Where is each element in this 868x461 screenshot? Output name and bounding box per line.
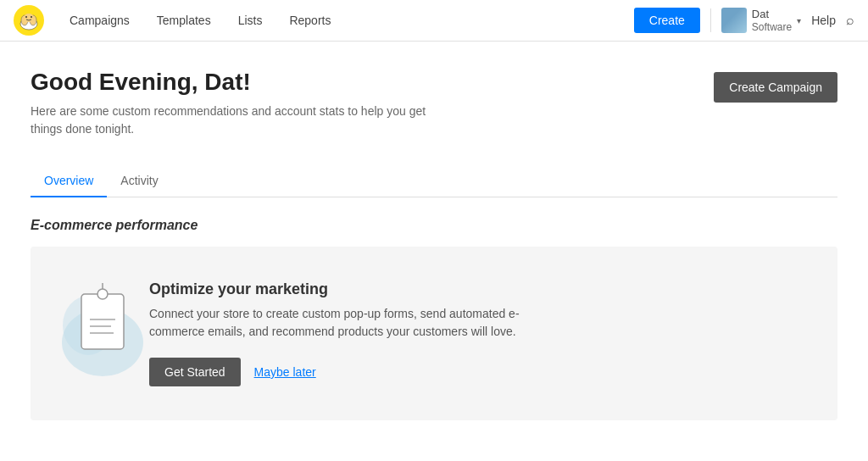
user-name-block: Dat Software — [752, 8, 792, 33]
card-actions: Get Started Maybe later — [149, 358, 539, 386]
svg-rect-9 — [81, 294, 124, 349]
mailchimp-logo[interactable] — [14, 5, 44, 36]
card-description: Connect your store to create custom pop-… — [149, 305, 539, 341]
nav-templates[interactable]: Templates — [145, 0, 223, 42]
tag-illustration — [56, 279, 149, 389]
chevron-down-icon: ▾ — [797, 16, 801, 25]
nav-lists[interactable]: Lists — [226, 0, 275, 42]
svg-point-5 — [25, 16, 27, 18]
greeting-subtitle: Here are some custom recommendations and… — [31, 103, 437, 138]
nav-links: Campaigns Templates Lists Reports — [58, 0, 634, 42]
main-content: Good Evening, Dat! Here are some custom … — [10, 42, 858, 420]
user-menu[interactable]: Dat Software ▾ — [721, 8, 801, 33]
create-campaign-button[interactable]: Create Campaign — [714, 72, 837, 103]
avatar — [721, 8, 747, 33]
greeting-section: Good Evening, Dat! Here are some custom … — [31, 69, 437, 138]
create-button[interactable]: Create — [634, 8, 700, 33]
help-link[interactable]: Help — [811, 14, 836, 27]
navbar: Campaigns Templates Lists Reports Create… — [0, 0, 868, 42]
greeting-title: Good Evening, Dat! — [31, 69, 437, 96]
tabs-row: Overview Activity — [31, 165, 837, 197]
svg-point-4 — [24, 14, 34, 22]
nav-divider — [710, 8, 711, 32]
nav-reports[interactable]: Reports — [277, 0, 342, 42]
ecommerce-card: Optimize your marketing Connect your sto… — [31, 247, 837, 420]
maybe-later-button[interactable]: Maybe later — [254, 365, 316, 379]
tab-overview[interactable]: Overview — [31, 165, 107, 197]
nav-campaigns[interactable]: Campaigns — [58, 0, 142, 42]
card-text: Optimize your marketing Connect your sto… — [149, 280, 539, 386]
navbar-right: Create Dat Software ▾ Help ⌕ — [634, 8, 854, 33]
tab-activity[interactable]: Activity — [107, 165, 171, 197]
page-header: Good Evening, Dat! Here are some custom … — [31, 69, 837, 138]
ecommerce-section-title: E-commerce performance — [31, 218, 837, 233]
card-title: Optimize your marketing — [149, 280, 539, 298]
get-started-button[interactable]: Get Started — [149, 358, 241, 386]
svg-point-10 — [97, 289, 108, 299]
search-icon[interactable]: ⌕ — [846, 13, 854, 28]
svg-point-6 — [31, 16, 32, 18]
